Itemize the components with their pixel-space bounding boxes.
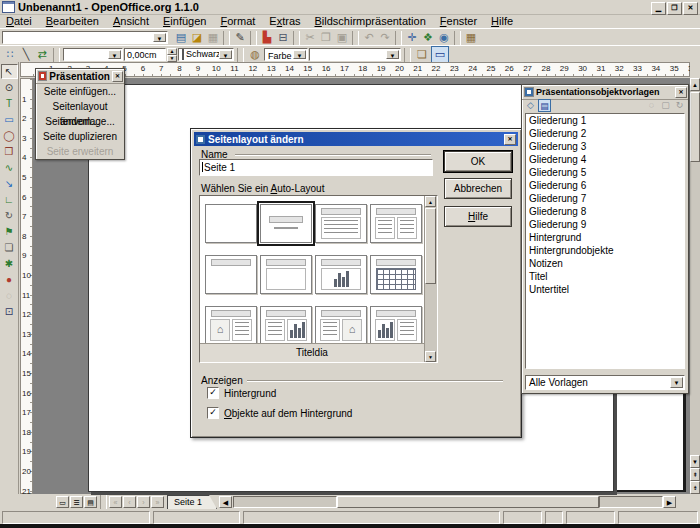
menu-format[interactable]: Format xyxy=(214,15,261,28)
palette-item-seitenvorlage[interactable]: Seitenvorlage... xyxy=(36,114,124,129)
insert-tool[interactable]: ✱ xyxy=(1,256,18,271)
checkbox-checked-icon[interactable]: ✓ xyxy=(207,387,219,399)
arrange-tool[interactable]: ❏ xyxy=(1,240,18,255)
styles-filter-combobox[interactable]: Alle Vorlagen ▼ xyxy=(525,375,685,390)
vertical-scrollbar[interactable]: ▲ ▼ ⇞ ⇟ xyxy=(690,78,700,494)
save-icon[interactable]: ▦ xyxy=(205,30,221,45)
layout-option-title-img-content[interactable]: ⌂ xyxy=(205,306,257,345)
scroll-down-icon[interactable]: ▼ xyxy=(425,351,436,362)
combo-dropdown-icon[interactable]: ▼ xyxy=(153,33,166,42)
line-color-combobox[interactable]: Schwarz ▼ xyxy=(178,48,234,61)
presentation-palette-titlebar[interactable]: Präsentation ✕ xyxy=(36,69,124,84)
objects-on-background-checkbox-row[interactable]: ✓ Objekte auf dem Hintergrund xyxy=(207,407,352,419)
layout-scrollbar-thumb[interactable] xyxy=(425,208,436,284)
style-item[interactable]: Gliederung 3 xyxy=(526,140,684,153)
style-item[interactable]: Notizen xyxy=(526,257,684,270)
help-button[interactable]: Hilfe xyxy=(444,206,512,227)
cut-icon[interactable]: ✂ xyxy=(302,30,318,45)
ellipse-tool[interactable]: ◯ xyxy=(1,128,18,143)
layout-option-blank[interactable] xyxy=(205,204,257,243)
style-item[interactable]: Hintergrundobjekte xyxy=(526,244,684,257)
hyperlink-icon[interactable]: ◉ xyxy=(436,30,452,45)
layout-option-title-2content[interactable] xyxy=(370,204,422,243)
layout-option-title-content-chart[interactable] xyxy=(260,306,312,345)
line-width-field[interactable]: 0,00cm xyxy=(124,48,166,61)
style-item[interactable]: Gliederung 6 xyxy=(526,179,684,192)
new-document-icon[interactable]: ▤ xyxy=(173,30,189,45)
update-style-icon[interactable]: ↻ xyxy=(673,99,686,112)
horizontal-scrollbar-track[interactable] xyxy=(599,496,663,508)
interaction-tool[interactable]: ◌ xyxy=(1,288,18,303)
select-tool[interactable]: ↖ xyxy=(1,64,18,79)
outline-view-icon[interactable]: ☰ xyxy=(70,496,83,508)
style-item[interactable]: Gliederung 2 xyxy=(526,127,684,140)
menu-bildschirmpräsentation[interactable]: Bildschirmpräsentation xyxy=(309,15,432,28)
menu-datei[interactable]: Datei xyxy=(0,15,38,28)
effects-tool[interactable]: ● xyxy=(1,272,18,287)
presentation-styles-icon[interactable]: ▤ xyxy=(538,99,551,112)
scroll-down-icon[interactable]: ▼ xyxy=(690,455,700,468)
paste-icon[interactable]: ▣ xyxy=(334,30,350,45)
background-checkbox-row[interactable]: ✓ Hintergrund xyxy=(207,387,276,399)
shadow-icon[interactable]: ❏ xyxy=(414,47,430,62)
combo-dropdown-icon[interactable]: ▼ xyxy=(386,50,399,59)
next-page-icon[interactable]: ⇟ xyxy=(690,481,700,494)
menu-hilfe[interactable]: Hilfe xyxy=(485,15,519,28)
next-page-icon[interactable]: › xyxy=(137,496,150,508)
name-input[interactable]: Seite 1 xyxy=(199,159,433,176)
layout-scrollbar[interactable]: ▲ ▼ xyxy=(424,196,437,362)
cancel-button[interactable]: Abbrechen xyxy=(444,178,512,199)
restore-button-icon[interactable]: ❐ xyxy=(667,2,682,15)
drawing-view-icon[interactable]: ▭ xyxy=(56,496,69,508)
arrow-ends-icon[interactable]: ⇄ xyxy=(34,47,50,62)
style-item[interactable]: Gliederung 4 xyxy=(526,153,684,166)
style-item[interactable]: Titel xyxy=(526,270,684,283)
style-item[interactable]: Untertitel xyxy=(526,283,684,296)
horizontal-scrollbar-track[interactable] xyxy=(233,496,337,508)
slide-view-icon[interactable]: ▤ xyxy=(84,496,97,508)
checkbox-checked-icon[interactable]: ✓ xyxy=(207,407,219,419)
layout-option-title-content[interactable] xyxy=(315,204,367,243)
edit-file-icon[interactable]: ✎ xyxy=(232,30,248,45)
lines-arrows-tool[interactable]: ↘ xyxy=(1,176,18,191)
stylist-icon[interactable]: ❖ xyxy=(420,30,436,45)
close-button-icon[interactable]: ✕ xyxy=(683,2,698,15)
redo-icon[interactable]: ↷ xyxy=(377,30,393,45)
line-style-combobox[interactable]: ▼ xyxy=(63,48,123,61)
hscroll-left-icon[interactable]: ◀ xyxy=(219,496,232,508)
zoom-tool[interactable]: ⊙ xyxy=(1,80,18,95)
style-item[interactable]: Gliederung 9 xyxy=(526,218,684,231)
connector-tool[interactable]: ∟ xyxy=(1,192,18,207)
page-tab[interactable]: Seite 1 xyxy=(167,495,217,509)
menu-bearbeiten[interactable]: Bearbeiten xyxy=(40,15,105,28)
layout-option-title-sub[interactable] xyxy=(260,204,312,243)
style-item[interactable]: Gliederung 7 xyxy=(526,192,684,205)
palette-item-seitenlayout-ndern[interactable]: Seitenlayout ändern... xyxy=(36,99,124,114)
alignment-tool[interactable]: ⚑ xyxy=(1,224,18,239)
graphics-styles-icon[interactable]: ◇ xyxy=(524,99,537,112)
close-icon[interactable]: ✕ xyxy=(504,134,516,145)
layout-option-title-only[interactable] xyxy=(205,255,257,294)
ok-button[interactable]: OK xyxy=(444,151,512,172)
text-tool[interactable]: T xyxy=(1,96,18,111)
combo-dropdown-icon[interactable]: ▼ xyxy=(219,50,232,59)
copy-icon[interactable]: ❐ xyxy=(318,30,334,45)
gallery-icon[interactable]: ▦ xyxy=(463,30,479,45)
menu-fenster[interactable]: Fenster xyxy=(434,15,483,28)
palette-item-seite-einf-gen[interactable]: Seite einfügen... xyxy=(36,84,124,99)
curve-tool[interactable]: ∿ xyxy=(1,160,18,175)
url-combobox[interactable]: ▼ xyxy=(2,31,168,44)
scroll-up-icon[interactable]: ▲ xyxy=(425,196,436,207)
layout-option-title-chart-content[interactable] xyxy=(370,306,422,345)
presentation-box-toggle-icon[interactable]: ▭ xyxy=(431,46,449,63)
line-icon[interactable]: ╲ xyxy=(18,47,34,62)
print-icon[interactable]: ⊟ xyxy=(275,30,291,45)
first-page-icon[interactable]: « xyxy=(109,496,122,508)
line-width-stepper[interactable]: ▲▼ xyxy=(167,48,177,61)
export-pdf-icon[interactable]: ▙ xyxy=(259,30,275,45)
layout-option-title-box[interactable] xyxy=(260,255,312,294)
style-item[interactable]: Hintergrund xyxy=(526,231,684,244)
style-item[interactable]: Gliederung 8 xyxy=(526,205,684,218)
3d-objects-tool[interactable]: ❒ xyxy=(1,144,18,159)
open-icon[interactable]: ◪ xyxy=(189,30,205,45)
